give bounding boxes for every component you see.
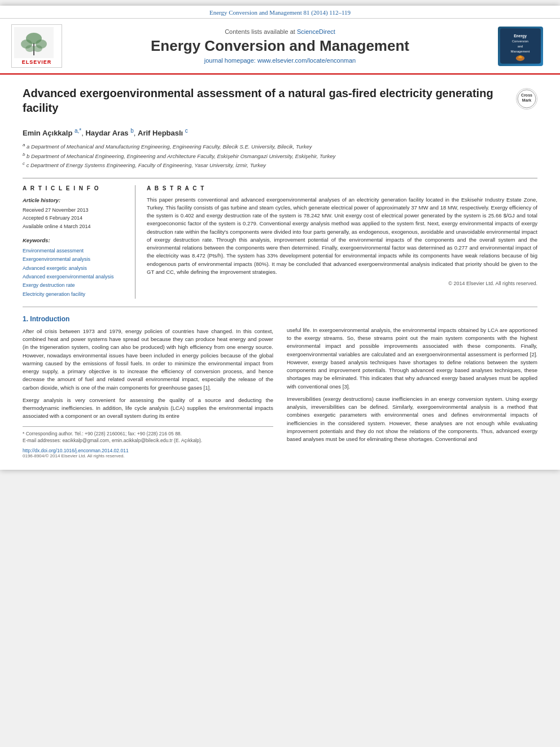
- doi-line[interactable]: http://dx.doi.org/10.1016/j.enconman.201…: [23, 448, 273, 453]
- keyword-5: Exergy destruction rate: [23, 281, 127, 290]
- footnotes: * Corresponding author. Tel.: +90 (228) …: [23, 426, 273, 445]
- affiliation-a: a a Department of Mechanical and Manufac…: [23, 142, 537, 151]
- intro-paragraph-2: Exergy analysis is very convenient for a…: [23, 396, 273, 421]
- svg-point-5: [25, 45, 34, 52]
- accepted-date: Accepted 6 February 2014: [23, 214, 127, 222]
- svg-text:Conversion: Conversion: [512, 40, 528, 43]
- journal-homepage: journal homepage: www.elsevier.com/locat…: [73, 57, 487, 64]
- journal-title-center: Contents lists available at ScienceDirec…: [73, 28, 487, 64]
- body-left-col: 1. Introduction After oil crisis between…: [23, 315, 273, 458]
- copyright-line: © 2014 Elsevier Ltd. All rights reserved…: [147, 281, 537, 286]
- intro-right-paragraph-1: useful life. In exergoenvironmental anal…: [287, 326, 537, 391]
- history-title: Article history:: [23, 196, 127, 204]
- crossmark-container: Cross Mark: [516, 88, 537, 110]
- intro-paragraph-1: After oil crisis between 1973 and 1979, …: [23, 327, 273, 392]
- keyword-1: Environmental assessment: [23, 247, 127, 255]
- elsevier-tree-image: [14, 27, 54, 58]
- affiliation-c: c c Department of Energy Systems Enginee…: [23, 160, 537, 169]
- received-date: Received 27 November 2013: [23, 206, 127, 214]
- article-title: Advanced exergoenvironmental assessment …: [23, 86, 537, 115]
- keyword-6: Electricity generation facility: [23, 290, 127, 299]
- corresponding-note: * Corresponding author. Tel.: +90 (228) …: [23, 430, 273, 438]
- section-divider: [23, 307, 537, 307]
- journal-name: Energy Conversion and Management: [73, 37, 487, 55]
- svg-point-6: [33, 45, 42, 52]
- article-info-label: A R T I C L E I N F O: [23, 185, 127, 191]
- author-hepbasli: Arif Hepbaslı c: [138, 129, 188, 137]
- elsevier-wordmark: ELSEVIER: [14, 59, 59, 65]
- keywords-title: Keywords:: [23, 236, 127, 245]
- author-acikkalp: Emin Açıkkalp a,*: [23, 129, 81, 137]
- svg-text:Mark: Mark: [522, 98, 531, 102]
- keywords-section: Keywords: Environmental assessment Exerg…: [23, 236, 127, 299]
- available-date: Available online 4 March 2014: [23, 222, 127, 230]
- abstract-label: A B S T R A C T: [147, 185, 537, 191]
- svg-text:Energy: Energy: [514, 34, 527, 38]
- sciencedirect-text: Contents lists available at ScienceDirec…: [73, 28, 487, 35]
- intro-heading: 1. Introduction: [23, 315, 273, 323]
- article-history: Article history: Received 27 November 20…: [23, 196, 127, 230]
- body-right-col: useful life. In exergoenvironmental anal…: [287, 315, 537, 458]
- journal-citation-bar: Energy Conversion and Management 81 (201…: [0, 6, 560, 19]
- page: Energy Conversion and Management 81 (201…: [0, 6, 560, 470]
- affiliation-b: b b Department of Mechanical Engineering…: [23, 151, 537, 160]
- elsevier-logo: ELSEVIER: [11, 24, 62, 68]
- abstract-column: A B S T R A C T This paper presents conv…: [147, 185, 537, 299]
- journal-header: ELSEVIER Contents lists available at Sci…: [0, 19, 560, 75]
- crossmark-badge: Cross Mark: [516, 88, 537, 110]
- email-note: E-mail addresses: eacikkalp@gmail.com, e…: [23, 437, 273, 444]
- keyword-3: Advanced exergetic analysis: [23, 264, 127, 273]
- info-abstract-section: A R T I C L E I N F O Article history: R…: [23, 178, 537, 299]
- article-info-column: A R T I C L E I N F O Article history: R…: [23, 185, 135, 299]
- authors-line: Emin Açıkkalp a,*, Haydar Aras b, Arif H…: [23, 128, 537, 137]
- issn-line: 0196-8904/© 2014 Elsevier Ltd. All right…: [23, 453, 273, 458]
- journal-citation: Energy Conversion and Management 81 (201…: [209, 9, 351, 16]
- author-aras: Haydar Aras b: [85, 129, 133, 137]
- svg-text:Cross: Cross: [521, 93, 532, 97]
- svg-text:and: and: [518, 45, 523, 48]
- svg-text:Management: Management: [511, 50, 530, 53]
- affiliations: a a Department of Mechanical and Manufac…: [23, 142, 537, 169]
- journal-logo-right: Energy Conversion and Management: [498, 27, 549, 66]
- keyword-4: Advanced exergoenvironmental analysis: [23, 273, 127, 281]
- keyword-2: Exergoenvironmental analysis: [23, 255, 127, 264]
- sciencedirect-link[interactable]: ScienceDirect: [297, 28, 335, 35]
- abstract-text: This paper presents conventional and adv…: [147, 196, 537, 277]
- intro-right-paragraph-2: Irreversibilities (exergy destructions) …: [287, 395, 537, 444]
- body-section: 1. Introduction After oil crisis between…: [23, 315, 537, 458]
- article-content: Cross Mark Advanced exergoenvironmental …: [0, 75, 560, 470]
- journal-logo-image: Energy Conversion and Management: [498, 27, 543, 66]
- title-row: Cross Mark Advanced exergoenvironmental …: [23, 86, 537, 122]
